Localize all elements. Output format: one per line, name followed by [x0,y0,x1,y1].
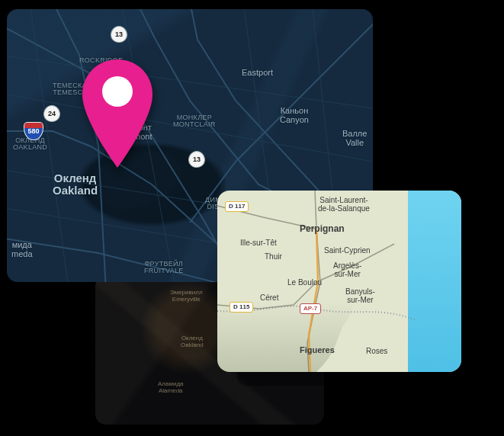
label-ille-sur-tet: Ille-sur-Têt [240,239,277,248]
label-le-boulou: Le Boulou [287,279,322,287]
label-argeles: Argelès- sur-Mer [333,262,361,278]
label-thuir: Thuir [265,253,282,261]
label-ceret: Céret [260,294,278,303]
sea-area [377,191,461,372]
road-badge-d117: D 117 [225,201,249,212]
label-perpignan: Perpignan [300,224,345,234]
road-badge-ap7: AP-7 [300,303,321,314]
label-alameda: мида meda [11,241,33,258]
map-collage: Эмеривилл Emeryville Окленд Oakland Алам… [0,0,504,436]
map-card-perpignan[interactable]: Perpignan Ille-sur-Têt Thuir Saint-Laure… [217,191,461,372]
location-pin-icon[interactable] [79,56,156,171]
label-fruitvale: ФРУТВЕЙЛ FRUITVALE [144,261,184,275]
shield-route-24: 24 [43,105,60,122]
label-st-laurent: Saint-Laurent- de-la-Salanque [318,197,370,213]
label-banyuls: Banyuls- sur-Mer [345,288,375,304]
label-emeryville: Эмеривилл Emeryville [170,290,203,303]
shield-route-13-north: 13 [111,26,127,43]
label-roses: Roses [366,348,387,356]
label-oakland-big: Окленд Oakland [53,172,98,197]
shield-route-13-south: 13 [188,151,205,168]
label-oakland-small: Окленд Oakland [181,335,204,349]
label-montclair: МОНКЛЕР MONTCLAIR [173,114,216,129]
label-canyon: Каньон Canyon [280,107,309,124]
label-alameda-small: Аламида Alameda [158,381,184,395]
road-badge-d115: D 115 [230,302,253,313]
svg-point-0 [102,76,133,107]
label-valle: Валле Valle [342,130,367,147]
label-eastport: Eastport [242,69,273,78]
label-figueres: Figueres [300,346,335,355]
label-st-cyprien: Saint-Cyprien [324,247,371,255]
